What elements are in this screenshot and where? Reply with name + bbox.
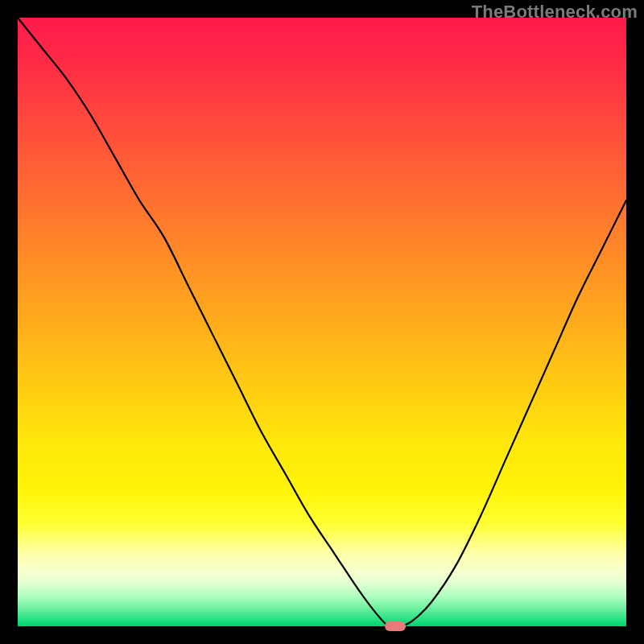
bottleneck-curve bbox=[18, 18, 626, 626]
chart-frame: TheBottleneck.com bbox=[0, 0, 644, 644]
watermark-text: TheBottleneck.com bbox=[472, 2, 638, 23]
plot-area bbox=[18, 18, 626, 626]
optimal-marker bbox=[385, 621, 407, 631]
curve-layer bbox=[18, 18, 626, 626]
